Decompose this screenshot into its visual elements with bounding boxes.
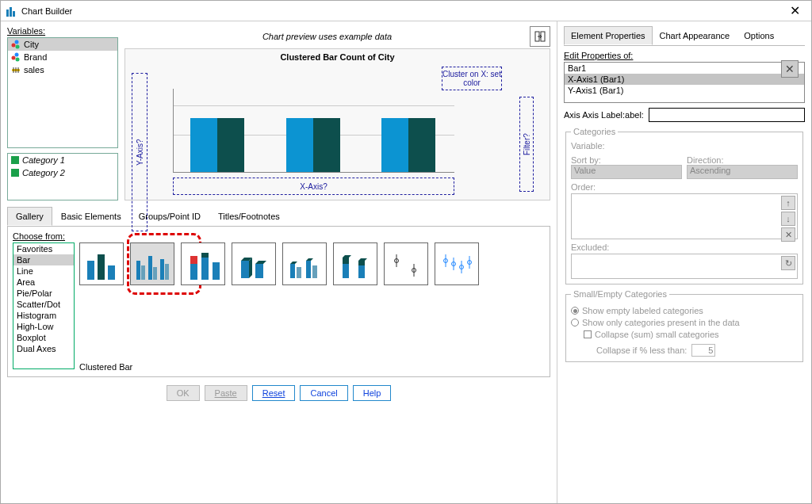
category-2[interactable]: Category 2 [8,166,117,179]
thumb-stacked-bar[interactable] [181,242,225,285]
thumb-simple-error-bar[interactable] [384,242,428,285]
tab-element-properties[interactable]: Element Properties [564,26,653,45]
radio-show-only-present[interactable]: Show only categories present in the data [571,318,798,327]
thumb-stacked-3d-bar[interactable] [333,242,377,285]
svg-rect-23 [165,264,169,280]
tab-chart-appearance[interactable]: Chart Appearance [653,26,737,45]
category-1[interactable]: Category 1 [8,154,117,166]
thumb-clustered-error-bar[interactable] [435,242,479,285]
gallery-panel: Choose from: Favorites Bar Line Area Pie… [7,227,550,377]
cluster-dropzone[interactable]: Cluster on X: set color [442,67,502,90]
axis-label-input[interactable] [649,108,805,122]
variable-brand[interactable]: Brand [8,51,117,63]
prop-xaxis1[interactable]: X-Axis1 (Bar1) [565,74,804,85]
excluded-label: Excluded: [571,242,798,252]
svg-point-7 [15,53,19,57]
delete-property-button[interactable]: ✕ [781,60,799,78]
titlebar: Chart Builder ✕ [1,1,811,21]
svg-rect-39 [312,265,317,278]
type-area[interactable]: Area [13,277,74,288]
right-panel: Element Properties Chart Appearance Opti… [557,21,811,503]
thumb-clustered-bar[interactable] [130,242,174,285]
type-boxplot[interactable]: Boxplot [13,332,74,343]
svg-marker-43 [358,258,367,261]
remove-order-button[interactable]: ✕ [781,227,795,242]
svg-rect-17 [108,265,115,280]
preview-caption: Chart preview uses example data [124,32,530,41]
selected-thumb-label: Clustered Bar [79,357,545,372]
reset-button[interactable]: Reset [252,385,296,401]
thumb-clustered-3d-bar[interactable] [282,242,327,285]
window-title: Chart Builder [21,6,783,16]
type-high-low[interactable]: High-Low [13,321,74,332]
filter-dropzone[interactable]: Filter? [519,97,534,192]
tab-options[interactable]: Options [737,26,781,45]
svg-point-8 [16,58,20,62]
swatch-icon [11,156,19,164]
plot-area [173,89,454,173]
svg-marker-40 [343,255,351,258]
svg-rect-45 [358,265,365,278]
xaxis-dropzone[interactable]: X-Axis? [173,178,454,195]
type-pie-polar[interactable]: Pie/Polar [13,288,74,299]
restore-excluded-button[interactable]: ↻ [781,256,795,270]
properties-list[interactable]: Bar1 X-Axis1 (Bar1) Y-Axis1 (Bar1) [564,62,805,103]
tab-basic-elements[interactable]: Basic Elements [52,207,130,226]
prop-yaxis1[interactable]: Y-Axis1 (Bar1) [565,85,804,96]
svg-marker-31 [249,258,252,278]
edit-properties-of-label: Edit Properties of: [564,51,805,60]
type-bar[interactable]: Bar [13,254,74,265]
order-list[interactable]: ↑ ↓ ✕ [571,193,798,239]
chart-preview[interactable]: Clustered Bar Count of City Y-Axis? Clus… [124,48,550,200]
svg-point-6 [12,56,16,60]
preview-dock-button[interactable] [530,26,550,47]
order-label: Order: [571,182,798,192]
move-up-button[interactable]: ↑ [781,196,795,210]
tab-titles-footnotes[interactable]: Titles/Footnotes [209,207,289,226]
prop-bar1[interactable]: Bar1 [565,63,804,74]
svg-rect-38 [306,261,311,278]
svg-marker-34 [290,262,297,264]
type-scatter-dot[interactable]: Scatter/Dot [13,299,74,310]
variable-city[interactable]: City [8,38,117,51]
direction-select[interactable]: Ascending [687,165,798,179]
help-button[interactable]: Help [353,385,392,401]
axis-label-label: Axis Axis Label:abel: [564,110,644,120]
ok-button[interactable]: OK [167,385,200,401]
svg-rect-24 [190,256,197,264]
collapse-if-label: Collapse if % less than: [596,346,687,355]
move-down-button[interactable]: ↓ [781,212,795,226]
cancel-button[interactable]: Cancel [300,385,347,401]
radio-show-empty[interactable]: Show empty labeled categories [571,306,798,315]
swatch-icon [11,169,19,177]
close-button[interactable]: ✕ [783,2,806,20]
collapse-percent-input[interactable] [691,344,715,357]
type-dual-axes[interactable]: Dual Axes [13,343,74,354]
svg-rect-21 [153,267,157,280]
type-histogram[interactable]: Histogram [13,310,74,321]
variable-sales[interactable]: sales [8,63,117,76]
yaxis-dropzone[interactable]: Y-Axis? [132,73,147,231]
type-favorites[interactable]: Favorites [13,243,74,254]
excluded-list[interactable]: ↻ [571,254,798,279]
sort-by-select[interactable]: Value [571,165,682,179]
variables-list[interactable]: City Brand sales [7,37,118,148]
dialog-buttons: OK Paste Reset Cancel Help [7,377,550,404]
small-empty-fieldset: Small/Empty Categories Show empty labele… [565,289,803,362]
svg-rect-0 [6,10,9,17]
checkbox-collapse[interactable]: Collapse (sum) small categories [584,330,798,339]
svg-rect-30 [241,261,249,278]
svg-rect-36 [297,267,301,278]
svg-rect-22 [160,259,164,280]
tab-gallery[interactable]: Gallery [7,207,52,226]
paste-button[interactable]: Paste [205,385,247,401]
categories-list[interactable]: Category 1 Category 2 [7,153,118,200]
type-line[interactable]: Line [13,265,74,277]
chart-type-list[interactable]: Favorites Bar Line Area Pie/Polar Scatte… [13,242,75,369]
svg-rect-20 [148,256,152,280]
thumb-simple-bar[interactable] [79,242,124,285]
variables-label: Variables: [7,26,118,36]
thumb-3d-bar[interactable] [232,242,276,285]
svg-rect-42 [343,264,349,278]
svg-rect-33 [255,264,263,278]
